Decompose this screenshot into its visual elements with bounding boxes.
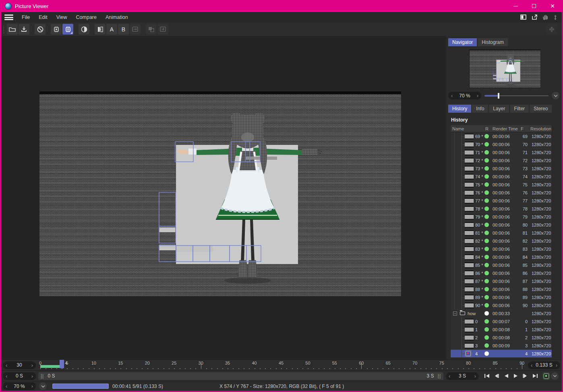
ram-cache-chip-button[interactable] bbox=[62, 24, 73, 35]
history-row[interactable]: 300:00:0931280x720 bbox=[451, 342, 552, 350]
history-row[interactable]: −how00:00:331280x720 bbox=[451, 309, 552, 318]
history-row[interactable]: 69 *00:00:06691280x720 bbox=[451, 132, 552, 140]
navigator-options-button[interactable] bbox=[552, 92, 559, 99]
tab-filter[interactable]: Filter bbox=[510, 105, 529, 113]
history-row[interactable]: 70 *00:00:06701280x720 bbox=[451, 140, 552, 149]
fps-increment-icon[interactable]: › bbox=[31, 363, 33, 368]
range-end-spinner[interactable]: ‹ 3 S › bbox=[446, 372, 479, 380]
fps-spinner[interactable]: ‹ 30 › bbox=[3, 361, 36, 369]
open-external-icon[interactable] bbox=[532, 14, 538, 20]
history-row[interactable]: 72 *00:00:06721280x720 bbox=[451, 157, 552, 165]
compare-contrast-button[interactable] bbox=[79, 24, 89, 35]
row-name: 76 * bbox=[475, 189, 483, 197]
close-button[interactable]: ✕ bbox=[543, 0, 562, 12]
history-row[interactable]: 88 *00:00:06881280x720 bbox=[451, 285, 552, 293]
history-table-header[interactable]: NameRRender TimeFResolution bbox=[451, 125, 552, 132]
tab-navigator[interactable]: Navigator bbox=[448, 38, 477, 46]
hamburger-menu-icon[interactable] bbox=[4, 14, 13, 20]
rendered-image[interactable] bbox=[39, 91, 401, 296]
history-row[interactable]: 000:00:0701280x720 bbox=[451, 318, 552, 326]
column-header-r[interactable]: R bbox=[484, 125, 491, 132]
history-row[interactable]: 441280x720 bbox=[451, 350, 552, 358]
current-time-spinner[interactable]: ‹ 0 S › bbox=[3, 372, 36, 380]
history-row[interactable]: 84 *00:00:06841280x720 bbox=[451, 253, 552, 261]
column-header-name[interactable]: Name bbox=[451, 125, 484, 132]
history-row[interactable]: 77 *00:00:06771280x720 bbox=[451, 197, 552, 205]
range-grip-right[interactable]: || bbox=[438, 373, 441, 379]
minimize-button[interactable] bbox=[506, 0, 525, 12]
preview-range-slider[interactable]: || 0 S 3 S || bbox=[38, 372, 443, 380]
range-grip-left[interactable]: || bbox=[41, 373, 44, 379]
menu-animation[interactable]: Animation bbox=[101, 12, 132, 23]
save-image-button[interactable] bbox=[19, 24, 29, 35]
history-row[interactable]: 73 *00:00:06731280x720 bbox=[451, 165, 552, 173]
open-folder-button[interactable] bbox=[7, 24, 18, 35]
timeline-ruler[interactable]: 0510152025303540455055606570758085904 bbox=[38, 360, 526, 371]
history-row[interactable]: 86 *00:00:06861280x720 bbox=[451, 269, 552, 277]
history-row[interactable]: 87 *00:00:06871280x720 bbox=[451, 277, 552, 285]
play-forward-button[interactable] bbox=[511, 372, 520, 380]
set-b-button[interactable]: B bbox=[118, 24, 129, 35]
history-row[interactable]: 85 *00:00:06851280x720 bbox=[451, 261, 552, 269]
maximize-button[interactable] bbox=[525, 0, 543, 12]
history-row[interactable]: 81 *00:00:06811280x720 bbox=[451, 229, 552, 237]
menu-file[interactable]: File bbox=[17, 12, 34, 23]
history-row[interactable]: 80 *00:00:06801280x720 bbox=[451, 221, 552, 229]
column-header-f[interactable]: F bbox=[519, 125, 529, 132]
tab-layer[interactable]: Layer bbox=[489, 105, 509, 113]
history-row[interactable]: 100:00:0811280x720 bbox=[451, 326, 552, 334]
ram-clear-chip-button[interactable] bbox=[51, 24, 62, 35]
history-row[interactable]: 78 *00:00:06781280x720 bbox=[451, 205, 552, 213]
ruler-label: 10 bbox=[91, 361, 96, 365]
resolution: 1280x720 bbox=[529, 213, 552, 221]
play-reverse-button[interactable] bbox=[501, 372, 511, 380]
go-to-end-button[interactable] bbox=[530, 372, 540, 380]
playback-options-button[interactable] bbox=[551, 372, 559, 380]
zoom-options-button[interactable] bbox=[39, 382, 47, 390]
hand-pan-icon[interactable] bbox=[542, 14, 548, 20]
view-zoom-spinner[interactable]: ‹ 70 % › bbox=[3, 382, 36, 390]
navigator-thumbnail[interactable] bbox=[469, 50, 541, 88]
history-row[interactable]: 200:00:0821280x720 bbox=[451, 334, 552, 342]
menu-compare[interactable]: Compare bbox=[72, 12, 101, 23]
history-row[interactable]: 75 *00:00:06751280x720 bbox=[451, 181, 552, 189]
preview-range-bar[interactable]: || 0 S 3 S || bbox=[38, 372, 443, 380]
frame-time-increment-icon[interactable]: › bbox=[556, 363, 557, 368]
set-a-button[interactable]: A bbox=[106, 24, 117, 35]
tab-info[interactable]: Info bbox=[472, 105, 488, 113]
history-row[interactable]: 89 *00:00:06891280x720 bbox=[451, 293, 552, 301]
tab-history[interactable]: History bbox=[448, 105, 471, 113]
playhead-marker[interactable] bbox=[60, 360, 64, 368]
history-row[interactable]: 76 *00:00:06761280x720 bbox=[451, 189, 552, 197]
panel-toggle-icon[interactable] bbox=[520, 14, 527, 20]
dock-updown-icon[interactable] bbox=[553, 14, 558, 21]
render-chip-button[interactable] bbox=[541, 372, 551, 380]
zoom-increment-icon[interactable]: › bbox=[477, 93, 478, 98]
column-header-render-time[interactable]: Render Time bbox=[491, 125, 519, 132]
time-increment-icon[interactable]: › bbox=[31, 373, 33, 379]
navigator-zoom-spinner[interactable]: ‹ 70 % › bbox=[448, 92, 481, 99]
tab-stereo[interactable]: Stereo bbox=[530, 105, 552, 113]
tab-histogram[interactable]: Histogram bbox=[478, 38, 508, 46]
step-forward-button[interactable] bbox=[521, 372, 530, 380]
history-row[interactable]: 90 *00:00:06901280x720 bbox=[451, 301, 552, 309]
history-row[interactable]: 82 *00:00:06821280x720 bbox=[451, 237, 552, 245]
navigator-zoom-slider[interactable] bbox=[484, 93, 549, 99]
viewer-canvas[interactable] bbox=[1, 36, 446, 359]
frame-time-spinner[interactable]: ‹ 0.133 S › bbox=[528, 361, 560, 369]
history-row[interactable]: 71 *00:00:06711280x720 bbox=[451, 149, 552, 157]
history-row[interactable]: 74 *00:00:06741280x720 bbox=[451, 173, 552, 181]
collapse-toggle-icon[interactable]: − bbox=[453, 312, 457, 316]
column-header-resolution[interactable]: Resolution bbox=[529, 125, 552, 132]
history-row[interactable]: 83 *00:00:06831280x720 bbox=[451, 245, 552, 253]
history-row[interactable]: 79 *00:00:06791280x720 bbox=[451, 213, 552, 221]
zoom-slider-handle[interactable] bbox=[498, 93, 499, 99]
menu-view[interactable]: View bbox=[52, 12, 72, 23]
go-to-start-button[interactable] bbox=[482, 372, 491, 380]
view-zoom-increment-icon[interactable]: › bbox=[31, 384, 33, 389]
menu-edit[interactable]: Edit bbox=[34, 12, 52, 23]
swap-ab-button[interactable] bbox=[95, 24, 106, 35]
step-back-button[interactable] bbox=[492, 372, 501, 380]
stop-render-button[interactable] bbox=[35, 24, 46, 35]
range-increment-icon[interactable]: › bbox=[474, 373, 476, 379]
